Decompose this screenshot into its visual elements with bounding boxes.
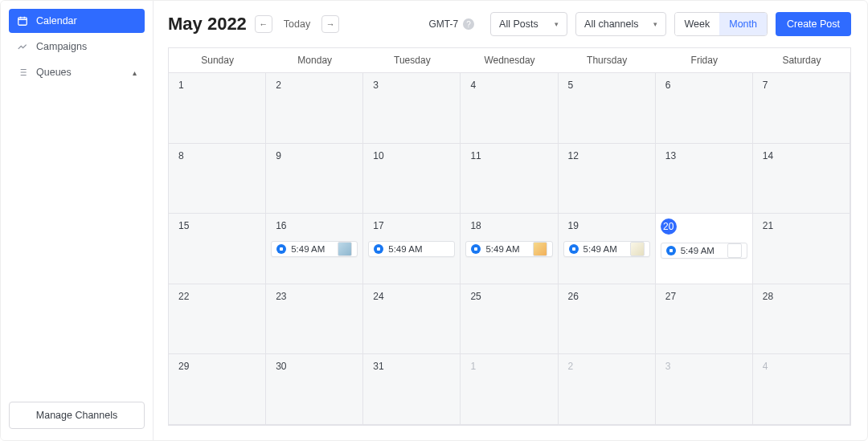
weekday-label: Monday: [266, 48, 363, 72]
channel-icon: [471, 244, 481, 254]
day-number: 26: [563, 289, 650, 304]
channel-icon: [569, 244, 579, 254]
calendar-cell[interactable]: 27: [656, 284, 753, 355]
calendar-cell[interactable]: 4: [753, 354, 850, 425]
view-month-button[interactable]: Month: [719, 13, 767, 35]
event-thumbnail: [533, 242, 547, 256]
calendar-cell[interactable]: 1: [461, 354, 558, 425]
sidebar: Calendar Campaigns Queues ▴ Manage Chann…: [1, 1, 154, 440]
calendar-cell[interactable]: 3: [656, 354, 753, 425]
timezone-label: GMT-7 ?: [428, 18, 474, 30]
trend-icon: [17, 41, 28, 52]
calendar-event[interactable]: 5:49 AM: [271, 241, 358, 257]
calendar-cell[interactable]: 6: [656, 73, 753, 144]
day-number: 15: [174, 218, 260, 233]
calendar-event[interactable]: 5:49 AM: [563, 241, 650, 257]
calendar-cell[interactable]: 10: [363, 144, 461, 214]
manage-channels-button[interactable]: Manage Channels: [9, 402, 145, 429]
main: May 2022 ← Today → GMT-7 ? All Posts ▾ A…: [154, 1, 867, 440]
calendar-cell[interactable]: 185:49 AM: [461, 214, 558, 284]
help-icon[interactable]: ?: [463, 18, 474, 30]
day-number: 16: [271, 218, 358, 233]
calendar-cell[interactable]: 195:49 AM: [559, 214, 656, 284]
calendar-icon: [17, 15, 28, 27]
calendar-cell[interactable]: 3: [363, 73, 461, 144]
calendar-cell[interactable]: 2: [559, 354, 656, 425]
event-thumbnail: [727, 243, 742, 258]
weekday-label: Wednesday: [461, 48, 558, 72]
day-number: 4: [465, 78, 552, 92]
event-time: 5:49 AM: [583, 244, 617, 254]
day-number: 4: [758, 359, 845, 374]
day-number: 20: [661, 218, 677, 235]
sidebar-item-label: Queues: [36, 67, 72, 78]
calendar-cell[interactable]: 1: [169, 73, 266, 144]
channel-icon: [374, 244, 383, 254]
day-number: 13: [661, 149, 747, 163]
day-number: 25: [465, 289, 552, 304]
day-number: 12: [563, 149, 650, 163]
page-title: May 2022: [168, 14, 247, 35]
calendar-cell[interactable]: 31: [363, 354, 461, 425]
weekday-label: Friday: [656, 48, 753, 72]
calendar-cell[interactable]: 14: [753, 144, 850, 214]
day-number: 1: [465, 359, 552, 374]
calendar-cell[interactable]: 28: [753, 284, 850, 355]
event-time: 5:49 AM: [388, 244, 422, 254]
day-number: 6: [661, 78, 747, 92]
calendar-cell[interactable]: 13: [656, 144, 753, 214]
calendar-cell[interactable]: 175:49 AM: [363, 214, 461, 284]
calendar-event[interactable]: 5:49 AM: [368, 241, 455, 257]
arrow-left-icon: ←: [259, 19, 268, 29]
day-number: 21: [758, 218, 845, 233]
filter-posts-dropdown[interactable]: All Posts ▾: [490, 12, 567, 36]
next-month-button[interactable]: →: [321, 15, 339, 33]
calendar-cell[interactable]: 165:49 AM: [266, 214, 363, 284]
create-post-button[interactable]: Create Post: [776, 12, 851, 36]
sidebar-item-queues[interactable]: Queues ▴: [9, 60, 145, 84]
day-number: 22: [174, 289, 260, 304]
calendar-cell[interactable]: 15: [169, 214, 266, 284]
calendar-cell[interactable]: 23: [266, 284, 363, 355]
calendar-header: SundayMondayTuesdayWednesdayThursdayFrid…: [169, 48, 850, 73]
event-thumbnail: [338, 242, 352, 256]
calendar-cell[interactable]: 11: [461, 144, 558, 214]
calendar-cell[interactable]: 21: [753, 214, 850, 284]
day-number: 24: [368, 289, 455, 304]
caret-down-icon: ▾: [555, 20, 559, 28]
day-number: 27: [661, 289, 747, 304]
sidebar-item-campaigns[interactable]: Campaigns: [9, 35, 145, 59]
calendar-cell[interactable]: 24: [363, 284, 461, 355]
day-number: 3: [368, 78, 455, 92]
calendar-cell[interactable]: 5: [559, 73, 656, 144]
sidebar-item-calendar[interactable]: Calendar: [9, 9, 145, 33]
sidebar-item-label: Campaigns: [36, 41, 87, 52]
prev-month-button[interactable]: ←: [255, 15, 272, 33]
day-number: 1: [174, 78, 260, 92]
calendar-cell[interactable]: 9: [266, 144, 363, 214]
calendar-cell[interactable]: 4: [461, 73, 558, 144]
calendar-body: 123456789101112131415165:49 AM175:49 AM1…: [169, 73, 850, 425]
day-number: 2: [563, 359, 650, 374]
calendar-cell[interactable]: 7: [753, 73, 850, 144]
sidebar-nav: Calendar Campaigns Queues ▴: [9, 9, 145, 84]
calendar-cell[interactable]: 30: [266, 354, 363, 425]
day-number: 30: [271, 359, 358, 374]
day-number: 28: [758, 289, 845, 304]
chevron-up-icon: ▴: [133, 68, 137, 77]
calendar-cell[interactable]: 29: [169, 354, 266, 425]
calendar-cell[interactable]: 205:49 AM: [656, 214, 753, 284]
day-number: 2: [271, 78, 358, 92]
calendar-cell[interactable]: 2: [266, 73, 363, 144]
calendar-event[interactable]: 5:49 AM: [465, 241, 552, 257]
calendar-cell[interactable]: 25: [461, 284, 558, 355]
calendar-event[interactable]: 5:49 AM: [661, 243, 747, 259]
calendar-cell[interactable]: 22: [169, 284, 266, 355]
calendar-cell[interactable]: 26: [559, 284, 656, 355]
view-week-button[interactable]: Week: [675, 13, 720, 35]
filter-channels-dropdown[interactable]: All channels ▾: [575, 12, 665, 36]
today-button[interactable]: Today: [280, 18, 313, 30]
calendar-cell[interactable]: 12: [559, 144, 656, 214]
calendar-cell[interactable]: 8: [169, 144, 266, 214]
channel-icon: [666, 246, 676, 255]
